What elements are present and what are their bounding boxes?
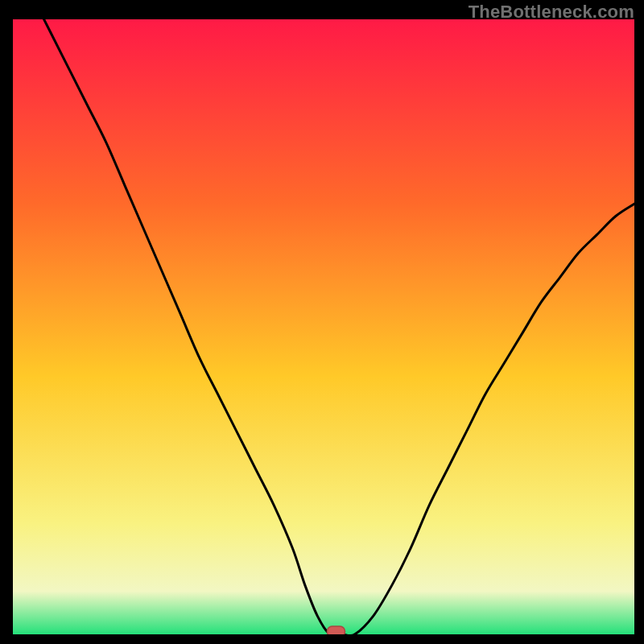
watermark-text: TheBottleneck.com bbox=[469, 2, 634, 23]
chart-frame: TheBottleneck.com bbox=[0, 0, 644, 644]
gradient-background bbox=[13, 19, 634, 634]
minimum-marker bbox=[327, 626, 345, 634]
bottleneck-chart bbox=[13, 19, 634, 634]
